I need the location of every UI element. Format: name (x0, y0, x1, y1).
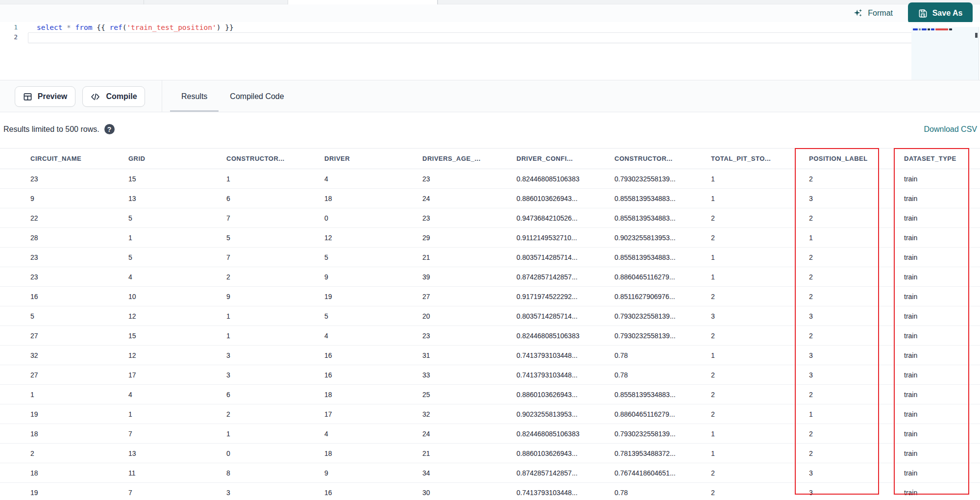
table-cell: 0.824468085106383 (516, 326, 614, 346)
table-cell: train (904, 424, 980, 444)
table-cell: 28 (0, 228, 128, 248)
table-cell: 1 (711, 444, 809, 463)
table-cell: 2 (226, 267, 324, 287)
sql-keyword: from (75, 24, 97, 31)
table-cell: 0.9112149532710... (516, 228, 614, 248)
table-cell: 2 (0, 444, 128, 463)
table-cell: 21 (422, 248, 516, 267)
table-cell: 3 (809, 463, 904, 483)
editor-minimap[interactable] (911, 27, 979, 80)
table-cell: 3 (809, 189, 904, 208)
table-row: 14618250.8860103626943...0.8558139534883… (0, 385, 980, 404)
toolbar-divider (162, 80, 162, 113)
table-cell: 5 (0, 306, 128, 326)
table-cell: 0.7413793103448... (516, 483, 614, 500)
table-cell: 4 (128, 267, 226, 287)
table-cell: 18 (324, 385, 422, 404)
table-row: 23429390.8742857142857...0.8860465116279… (0, 267, 980, 287)
table-cell: 2 (711, 326, 809, 346)
column-header[interactable]: DRIVER_CONFI... (516, 149, 614, 169)
download-csv-link[interactable]: Download CSV (924, 125, 978, 134)
table-cell: 2 (711, 287, 809, 306)
table-cell: 2 (809, 208, 904, 228)
table-icon (23, 92, 32, 101)
table-cell: 23 (0, 169, 128, 189)
sql-code-line[interactable]: select * from {{ ref('train_test_positio… (37, 22, 234, 33)
table-cell: 3 (711, 306, 809, 326)
table-cell: 2 (226, 404, 324, 424)
table-cell: 7 (128, 483, 226, 500)
tab-compiled-code[interactable]: Compiled Code (219, 80, 295, 113)
column-header[interactable]: DRIVERS_AGE_... (422, 149, 516, 169)
tab-divider (144, 0, 144, 4)
table-cell: 5 (226, 228, 324, 248)
table-cell: train (904, 444, 980, 463)
column-header[interactable]: CIRCUIT_NAME (0, 149, 128, 169)
save-as-button[interactable]: Save As (908, 2, 973, 24)
table-cell: 2 (711, 385, 809, 404)
table-cell: 19 (0, 404, 128, 424)
table-cell: 5 (324, 306, 422, 326)
table-row: 913618240.8860103626943...0.855813953488… (0, 189, 980, 208)
column-header[interactable]: TOTAL_PIT_STO... (711, 149, 809, 169)
table-cell: 0.7930232558139... (614, 306, 711, 326)
preview-button[interactable]: Preview (15, 86, 75, 107)
table-cell: 0.78 (614, 346, 711, 365)
column-header[interactable]: DATASET_TYPE (904, 149, 980, 169)
compile-label: Compile (106, 92, 137, 101)
table-row: 213018210.8860103626943...0.781395348837… (0, 444, 980, 463)
table-cell: 4 (324, 169, 422, 189)
active-line-highlight[interactable] (28, 32, 974, 43)
help-icon[interactable]: ? (104, 124, 115, 134)
table-row: 231514230.8244680851063830.7930232558139… (0, 169, 980, 189)
column-header[interactable]: DRIVER (324, 149, 422, 169)
tab-results[interactable]: Results (170, 80, 219, 113)
table-cell: 3 (809, 365, 904, 385)
column-header[interactable]: POSITION_LABEL (809, 149, 904, 169)
table-cell: 1 (226, 306, 324, 326)
jinja-ref-function: ref (109, 24, 122, 31)
table-cell: train (904, 463, 980, 483)
table-cell: 0.8860465116279... (614, 404, 711, 424)
table-cell: 22 (0, 208, 128, 228)
table-cell: train (904, 208, 980, 228)
table-cell: 12 (128, 346, 226, 365)
table-cell: train (904, 365, 980, 385)
minimap-scroll-indicator[interactable] (975, 33, 978, 38)
table-cell: 34 (422, 463, 516, 483)
format-label: Format (868, 9, 893, 18)
column-header[interactable]: CONSTRUCTOR... (614, 149, 711, 169)
table-cell: train (904, 404, 980, 424)
browser-tab-strip (0, 0, 980, 4)
table-cell: 2 (711, 404, 809, 424)
column-header[interactable]: GRID (128, 149, 226, 169)
table-cell: 3 (809, 483, 904, 500)
table-cell: 0.78 (614, 365, 711, 385)
line-number-2: 2 (0, 32, 18, 43)
format-button[interactable]: Format (853, 8, 893, 19)
table-cell: train (904, 228, 980, 248)
action-bar: Preview Compile Results Compiled Code (0, 80, 980, 112)
column-header[interactable]: CONSTRUCTOR... (226, 149, 324, 169)
table-cell: 0.8742857142857... (516, 267, 614, 287)
table-cell: train (904, 267, 980, 287)
table-cell: 2 (809, 326, 904, 346)
table-cell: 0.7930232558139... (614, 424, 711, 444)
table-cell: 21 (422, 444, 516, 463)
jinja-brace: }} (220, 24, 233, 31)
compile-button[interactable]: Compile (82, 86, 145, 107)
table-row: 181189340.8742857142857...0.767441860465… (0, 463, 980, 483)
table-cell: 12 (128, 306, 226, 326)
code-icon (90, 92, 100, 101)
ide-panel: Format Save As 1 2 select * from {{ ref(… (0, 0, 980, 500)
results-info-row: Results limited to 500 rows. ? Download … (0, 112, 980, 148)
table-row: 281512290.9112149532710...0.902325581395… (0, 228, 980, 248)
table-cell: 6 (226, 189, 324, 208)
table-cell: 2 (809, 267, 904, 287)
sql-editor[interactable]: 1 2 select * from {{ ref('train_test_pos… (0, 22, 980, 80)
table-cell: 2 (809, 287, 904, 306)
table-cell: 2 (711, 228, 809, 248)
table-cell: train (904, 306, 980, 326)
editor-toolbar: Format Save As (0, 4, 980, 22)
table-cell: 0.8860103626943... (516, 189, 614, 208)
